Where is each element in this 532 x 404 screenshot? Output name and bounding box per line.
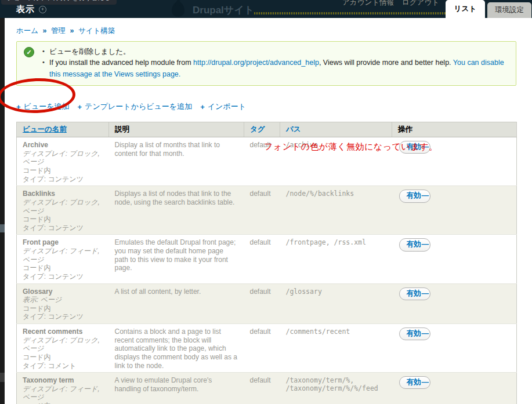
edge-notch (0, 224, 5, 232)
status-check-icon: ✓ (24, 47, 34, 57)
view-meta-line: コード内 (23, 166, 103, 175)
view-meta: ディスプレイ: ブロック, ページコード内タイプ: コンテンツ (23, 198, 103, 232)
view-path: /frontpage, /rss.xml (280, 235, 392, 283)
view-meta-line: タイプ: コメント (23, 362, 103, 370)
dash-icon: — (422, 191, 428, 200)
enable-button-label: 有効 (407, 378, 421, 387)
admin-header: ショートカットの表示を切り替える 表示 + Drupalサイト アカウント情報 … (0, 0, 532, 18)
action-label: インポート (208, 101, 246, 112)
dash-icon: — (422, 329, 428, 338)
message-text: , Views will provide more and better hel… (319, 59, 453, 67)
status-item-advanced-help: If you install the advanced help module … (42, 57, 509, 80)
enable-button[interactable]: 有効 — (399, 327, 431, 340)
view-description: A list of all content, by letter. (109, 283, 244, 324)
breadcrumb-separator: » (43, 27, 47, 35)
breadcrumb-admin[interactable]: 管理 (51, 27, 66, 35)
edge-notch (0, 373, 5, 382)
action-label: テンプレートからビューを追加 (85, 101, 192, 112)
primary-tabs: リスト 環境設定 (446, 0, 531, 18)
view-meta-line: タイプ: コンテンツ (23, 175, 103, 184)
view-tag: default (244, 235, 280, 283)
enable-button-label: 有効 (407, 191, 421, 200)
view-path: /taxonomy/term/%, /taxonomy/term/%/%/fee… (280, 373, 392, 404)
view-name: Backlinks (23, 190, 103, 198)
view-meta: ディスプレイ: ブロック, ページコード内タイプ: コメント (23, 336, 103, 370)
tab-settings[interactable]: 環境設定 (487, 2, 531, 18)
views-table: ビューの名前 説明 タグ パス 操作 Archive ディスプレイ: ブロック,… (16, 122, 517, 404)
view-path: /node/%/backlinks (280, 186, 392, 235)
view-path: /glossary (280, 283, 392, 324)
breadcrumb-home[interactable]: ホーム (16, 27, 38, 35)
header-path[interactable]: パス (280, 122, 392, 137)
message-text: If you install the advanced help module … (49, 59, 193, 67)
drupal-views-admin-page: ショートカットの表示を切り替える 表示 + Drupalサイト アカウント情報 … (0, 0, 532, 404)
view-meta-line: タイプ: コンテンツ (23, 312, 103, 321)
enable-button-label: 有効 (407, 289, 421, 298)
view-meta-line: ディスプレイ: ブロック, ページ (23, 336, 103, 353)
red-note-annotation: フォントの色が薄く無効になっています。 (264, 141, 437, 152)
overlay-content: ホーム » 管理 » サイト構築 ✓ ビューを削除しました。 If you in… (5, 18, 532, 404)
table-row: Taxonomy term ディスプレイ: フィード, ページコード内タイプ: … (17, 373, 517, 404)
view-meta-line: コード内 (23, 215, 103, 224)
enable-button[interactable]: 有効 — (399, 190, 431, 202)
status-message: ✓ ビューを削除しました。 If you install the advance… (16, 41, 516, 86)
view-name: Glossary (23, 287, 103, 296)
page-title: 表示 (16, 4, 35, 15)
breadcrumb: ホーム » 管理 » サイト構築 (16, 26, 516, 36)
view-meta-line: ディスプレイ: ブロック, ページ (23, 150, 103, 166)
shortcut-add-icon[interactable]: + (39, 6, 46, 13)
dash-icon: — (422, 240, 428, 249)
table-row: Front page ディスプレイ: フィード, ページコード内タイプ: コンテ… (17, 235, 517, 283)
view-meta: ディスプレイ: ブロック, ページコード内タイプ: コンテンツ (23, 150, 103, 184)
account-info-link[interactable]: アカウント情報 (342, 0, 394, 8)
view-tag: default (244, 283, 280, 324)
view-meta-line: コード内 (23, 304, 103, 313)
view-tag: default (244, 373, 280, 404)
view-tag: default (244, 186, 280, 235)
header-description: 説明 (109, 122, 244, 137)
table-row: Backlinks ディスプレイ: ブロック, ページコード内タイプ: コンテン… (17, 186, 517, 235)
plus-icon: + (200, 103, 205, 111)
view-meta-line: ディスプレイ: フィード, ページ (23, 247, 103, 264)
view-meta-line: タイプ: コンテンツ (23, 272, 103, 281)
view-description: Contains a block and a page to list rece… (109, 324, 244, 373)
view-meta-line: コード内 (23, 353, 103, 362)
view-meta: ディスプレイ: フィード, ページコード内タイプ: コンテンツ (23, 385, 103, 404)
view-meta-line: ディスプレイ: フィード, ページ (23, 385, 103, 402)
status-item-deleted: ビューを削除しました。 (42, 46, 509, 57)
table-header-row: ビューの名前 説明 タグ パス 操作 (17, 122, 517, 137)
view-name: Taxonomy term (23, 376, 103, 385)
enable-button[interactable]: 有効 — (399, 287, 431, 300)
shortcut-dotted-bar (254, 12, 462, 14)
view-name: Front page (23, 238, 103, 247)
view-description: Displays a list of nodes that link to th… (109, 186, 244, 235)
view-meta: ディスプレイ: フィード, ページコード内タイプ: コンテンツ (23, 247, 103, 281)
view-description: Emulates the default Drupal front page; … (109, 235, 244, 283)
header-tag[interactable]: タグ (244, 122, 280, 137)
view-meta-line: コード内 (23, 402, 103, 404)
breadcrumb-structure[interactable]: サイト構築 (78, 27, 115, 35)
add-view-from-template-link[interactable]: + テンプレートからビューを追加 (78, 101, 193, 112)
enable-button[interactable]: 有効 — (399, 238, 431, 251)
view-description: A view to emulate Drupal core's handling… (109, 373, 244, 404)
enable-button[interactable]: 有効 — (399, 376, 431, 389)
view-meta: 表示: ページコード内タイプ: コンテンツ (23, 296, 103, 321)
plus-icon: + (78, 103, 82, 111)
view-meta-line: ディスプレイ: ブロック, ページ (23, 198, 103, 215)
view-meta-line: タイプ: コンテンツ (23, 224, 103, 232)
table-row: Glossary 表示: ページコード内タイプ: コンテンツ A list of… (17, 283, 517, 324)
tab-list[interactable]: リスト (446, 0, 485, 18)
overlay-edge-strip (0, 18, 5, 404)
action-links: + ビューを追加 + テンプレートからビューを追加 + インポート (16, 101, 516, 112)
advanced-help-link[interactable]: http://drupal.org/project/advanced_help (193, 59, 319, 67)
view-meta-line: コード内 (23, 264, 103, 272)
dash-icon: — (422, 289, 428, 298)
table-row: Recent comments ディスプレイ: ブロック, ページコード内タイプ… (17, 324, 517, 373)
enable-button-label: 有効 (407, 240, 421, 249)
import-link[interactable]: + インポート (200, 101, 246, 112)
view-path: /comments/recent (280, 324, 392, 373)
view-name: Archive (23, 141, 103, 150)
header-view-name[interactable]: ビューの名前 (17, 122, 109, 137)
logout-link[interactable]: ログアウト (402, 0, 439, 8)
view-meta-line: 表示: ページ (23, 296, 103, 304)
